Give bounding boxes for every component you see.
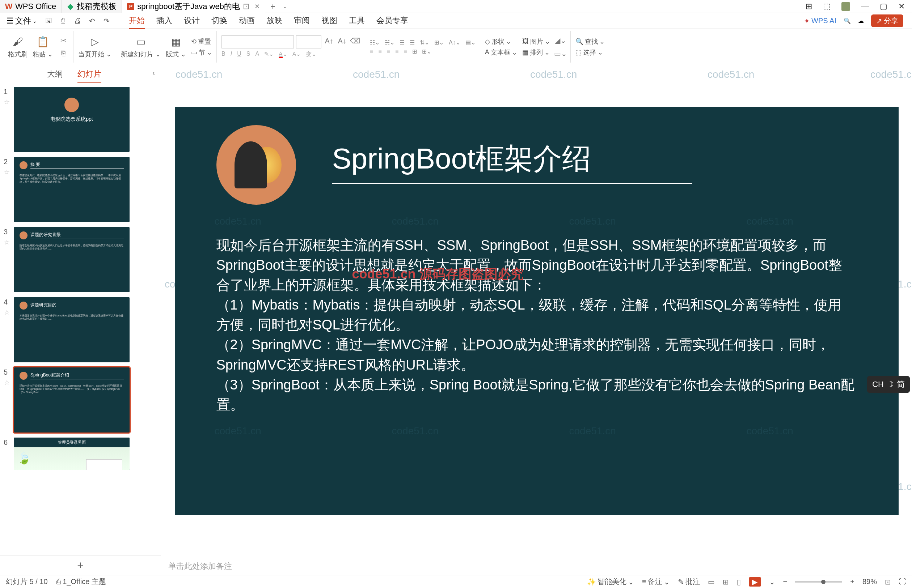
slides-tab[interactable]: 幻灯片 [78,69,101,83]
distribute-icon[interactable]: ≡ [403,48,407,55]
notes-toggle[interactable]: ≡备注 ⌄ [642,577,670,586]
zoom-in-icon[interactable]: + [850,578,854,586]
tab-insert[interactable]: 插入 [156,13,172,29]
tab-tools[interactable]: 工具 [349,13,365,29]
star-icon[interactable]: ☆ [4,309,10,317]
comments-toggle[interactable]: ✎批注 [678,577,700,586]
close-icon[interactable]: ✕ [254,3,260,10]
italic-icon[interactable]: I [230,51,232,58]
rotate-icon[interactable]: ⊞⌄ [422,48,431,55]
text-shadow-icon[interactable]: A⌄ [292,51,301,58]
from-current-button[interactable]: ▷ 当页开始 ⌄ [78,36,112,58]
slide-thumbnail-2[interactable]: 摘 要 在信息化时代，电影院选票系统应运而生，通过网络平台实现在线选座购票……本… [14,157,130,222]
outline-tab[interactable]: 大纲 [47,69,63,83]
export-icon[interactable]: ⎙ [57,15,70,27]
share-button[interactable]: ↗ 分享 [871,15,903,27]
play-menu-icon[interactable]: ⌄ [769,578,775,586]
font-size-selector[interactable] [296,36,321,48]
vertical-text-icon[interactable]: ⊞ [412,48,417,55]
picture-button[interactable]: 🖼 图片 ⌄ [522,37,550,46]
clear-format-icon[interactable]: ⌫ [350,36,360,46]
increase-font-icon[interactable]: A↑ [324,36,334,46]
slideshow-button[interactable]: ▶ [749,577,761,586]
align-text-icon[interactable]: A↕⌄ [449,39,460,46]
cube-icon[interactable]: ⬚ [823,2,831,11]
arrange-button[interactable]: ▦ 排列 ⌄ [522,48,550,57]
text-effect-icon[interactable]: A [255,51,259,58]
align-left-icon[interactable]: ≡ [370,48,373,55]
notes-input[interactable]: 单击此处添加备注 [161,557,912,575]
add-slide-button[interactable]: + [0,555,161,575]
find-button[interactable]: 🔍 查找 ⌄ [575,37,605,46]
highlight-icon[interactable]: ✎⌄ [264,51,274,58]
tab-menu-icon[interactable]: ⌄ [280,3,287,10]
indent-dec-icon[interactable]: ☰ [400,39,405,46]
numbering-icon[interactable]: ☵⌄ [385,39,394,46]
star-icon[interactable]: ☆ [4,98,10,106]
sorter-view-icon[interactable]: ⊞ [723,578,729,586]
slide-thumbnail-6[interactable]: 管理员登录界面 🍃 [14,438,130,470]
shape-button[interactable]: ◇ 形状 ⌄ [485,37,517,46]
tab-view[interactable]: 视图 [321,13,337,29]
underline-icon[interactable]: U [237,51,241,58]
tab-review[interactable]: 审阅 [294,13,310,29]
align-right-icon[interactable]: ≡ [387,48,390,55]
zoom-slider[interactable] [795,581,842,583]
zoom-out-icon[interactable]: − [783,578,787,586]
close-window-icon[interactable]: ✕ [898,2,905,11]
collapse-icon[interactable]: ‹ [152,69,155,77]
font-color-icon[interactable]: A⌄ [279,51,287,58]
line-spacing-icon[interactable]: ⇅⌄ [420,39,429,46]
tab-member[interactable]: 会员专享 [376,13,408,29]
cloud-icon[interactable]: ☁ [858,17,864,24]
columns-icon[interactable]: ▤⌄ [465,39,476,46]
slide-thumbnail-4[interactable]: 课题研究目的 本课题旨在设计并实现一个基于SpringBoot的电影院选票系统，… [14,297,130,362]
section-button[interactable]: ▭ 节 ⌄ [191,48,212,57]
layout-button[interactable]: ▦ 版式 ⌄ [166,36,186,58]
maximize-icon[interactable]: ▢ [880,2,888,11]
save-icon[interactable]: 🖫 [42,15,55,27]
bold-icon[interactable]: B [222,51,225,58]
tab-template[interactable]: ◆ 找稻壳模板 [62,0,122,13]
align-center-icon[interactable]: ≡ [378,48,381,55]
slide-title[interactable]: SpringBoot框架介绍 [332,140,693,184]
slide-body[interactable]: 现如今后台开源框架主流的有SSH、SSM、SpringBoot，但是SSH、SS… [216,236,855,415]
zoom-value[interactable]: 89% [862,578,877,586]
decrease-font-icon[interactable]: A↓ [337,36,347,46]
tab-wps-office[interactable]: W WPS Office [0,0,62,13]
slide-thumbnail-3[interactable]: 课题的研究背景 随着互联网技术的快速发展和人们生活水平的不断提高，传统的电影院购… [14,227,130,292]
outline-icon[interactable]: ▭⌄ [555,48,566,59]
tab-slideshow[interactable]: 放映 [266,13,282,29]
strike-icon[interactable]: S [246,51,250,58]
minimize-icon[interactable]: ― [861,2,869,11]
expand-icon[interactable]: ⛶ [899,578,906,586]
ime-badge[interactable]: CH ☽ 简 [867,376,910,393]
undo-icon[interactable]: ↶ [86,15,99,27]
star-icon[interactable]: ☆ [4,168,10,176]
tab-document[interactable]: P springboot基于Java web的电 ⊡ ✕ [122,0,265,13]
beautify-button[interactable]: ✨智能美化 ⌄ [587,577,634,586]
reset-button[interactable]: ⟲ 重置 [191,37,212,46]
text-dir-icon[interactable]: ⊞⌄ [434,39,444,46]
slide-thumbnail-1[interactable]: 电影院选票系统ppt [14,87,130,152]
fill-color-icon[interactable]: ◢⌄ [555,35,566,46]
bullets-icon[interactable]: ☷⌄ [370,39,380,46]
slide-thumbnail-5[interactable]: SpringBoot框架介绍 现如今后台开源框架主流的有SSH、SSM、Spri… [14,367,130,433]
format-painter-button[interactable]: 🖌 格式刷 [8,36,28,58]
tab-animation[interactable]: 动画 [239,13,255,29]
star-icon[interactable]: ☆ [4,379,10,386]
wps-ai-button[interactable]: ✦ WPS AI [804,17,836,25]
fit-icon[interactable]: ⊡ [885,578,891,586]
reading-view-icon[interactable]: ▯ [737,578,741,586]
redo-icon[interactable]: ↷ [100,15,113,27]
avatar-icon[interactable] [841,2,850,11]
paste-button[interactable]: 📋 粘贴 ⌄ [32,36,53,58]
tab-start[interactable]: 开始 [129,13,145,29]
new-tab-button[interactable]: + [265,2,280,11]
star-icon[interactable]: ☆ [4,238,10,246]
align-justify-icon[interactable]: ≡ [395,48,398,55]
indent-inc-icon[interactable]: ☰ [410,39,415,46]
text-convert-icon[interactable]: 变⌄ [306,51,316,58]
panel-icon[interactable]: ⊞ [806,2,812,11]
select-button[interactable]: ⬚ 选择 ⌄ [575,48,605,57]
